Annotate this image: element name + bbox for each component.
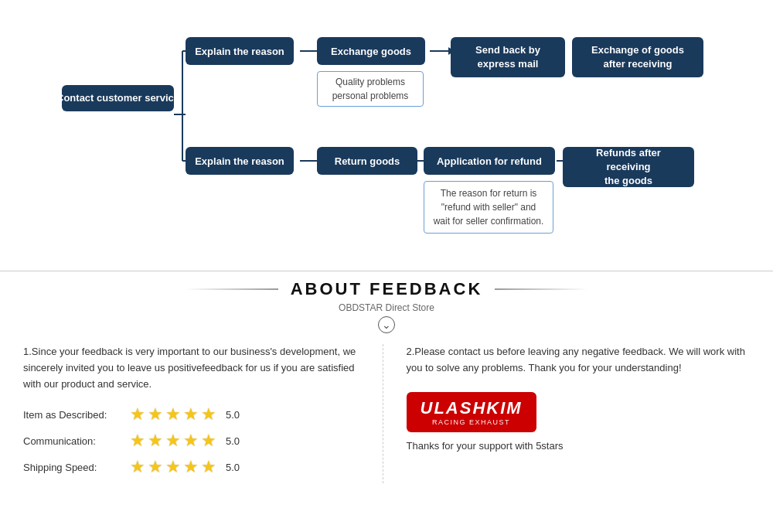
rating-score-2: 5.0 [226, 435, 240, 447]
top-explain-node: Explain the reason [186, 37, 294, 65]
feedback-body: 1.Since your feedback is very important … [0, 344, 773, 483]
rating-label-2: Communication: [23, 435, 124, 447]
feedback-subtitle: OBDSTAR Direct Store [0, 302, 773, 313]
rating-row-3: Shipping Speed: ★ ★ ★ ★ ★ 5.0 [23, 457, 367, 477]
feedback-line-left [186, 288, 278, 290]
brand-logo: ULASHKIM RACING EXHAUST [407, 392, 536, 432]
top-exchange-node: Exchange goods [317, 37, 425, 65]
rating-row-1: Item as Described: ★ ★ ★ ★ ★ 5.0 [23, 404, 367, 425]
logo-sub-text: RACING EXHAUST [421, 418, 523, 426]
feedback-section: ABOUT FEEDBACK OBDSTAR Direct Store ⌄ 1.… [0, 271, 773, 499]
rating-score-3: 5.0 [226, 462, 240, 473]
stars-1: ★ ★ ★ ★ ★ [130, 404, 216, 425]
feedback-line-right [495, 288, 587, 290]
feedback-chevron: ⌄ [0, 316, 773, 333]
feedback-left-col: 1.Since your feedback is very important … [23, 344, 383, 483]
bot-explain-node: Explain the reason [186, 147, 294, 175]
bot-refund-node: Application for refund [424, 147, 555, 175]
flowchart-section: Contact customer service Explain the rea… [0, 0, 773, 271]
feedback-left-text: 1.Since your feedback is very important … [23, 344, 367, 392]
rating-label-1: Item as Described: [23, 409, 124, 421]
feedback-title: ABOUT FEEDBACK [291, 279, 483, 299]
stars-2: ★ ★ ★ ★ ★ [130, 431, 216, 451]
rating-label-3: Shipping Speed: [23, 462, 124, 473]
stars-3: ★ ★ ★ ★ ★ [130, 457, 216, 477]
rating-row-2: Communication: ★ ★ ★ ★ ★ 5.0 [23, 431, 367, 451]
bot-return-node: Return goods [317, 147, 417, 175]
top-exchange-note: Quality problems personal problems [317, 71, 424, 107]
feedback-right-col: 2.Please contact us before leaving any n… [399, 344, 751, 483]
bot-refunds-after-node: Refunds after receivingthe goods [563, 147, 694, 187]
logo-thanks-text: Thanks for your support with 5stars [407, 440, 564, 452]
feedback-right-text: 2.Please contact us before leaving any n… [407, 344, 751, 377]
logo-main-text: ULASHKIM [421, 398, 523, 418]
bot-refund-note: The reason for return is "refund with se… [424, 181, 553, 234]
feedback-title-row: ABOUT FEEDBACK [0, 279, 773, 299]
top-sendback-node: Send back byexpress mail [451, 37, 565, 77]
contact-node: Contact customer service [62, 85, 174, 111]
flowchart-wrapper: Contact customer service Explain the rea… [31, 15, 742, 263]
top-exchange-after-node: Exchange of goodsafter receiving [572, 37, 703, 77]
rating-score-1: 5.0 [226, 409, 240, 421]
